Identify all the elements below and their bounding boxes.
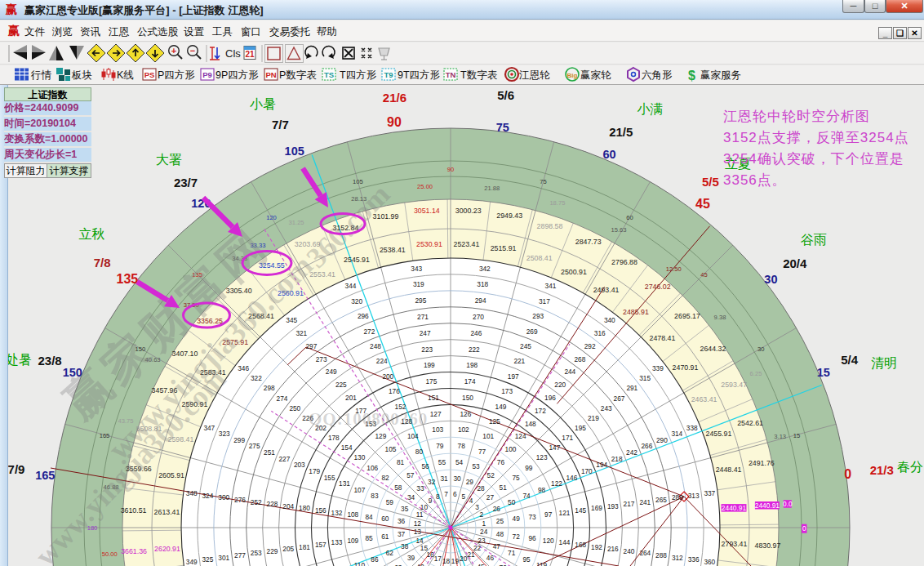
svg-text:2796.88: 2796.88 [611, 258, 637, 266]
svg-text:218: 218 [611, 455, 623, 463]
svg-text:2530.91: 2530.91 [416, 240, 442, 248]
svg-text:行情: 行情 [30, 69, 52, 81]
svg-text:47: 47 [493, 542, 501, 550]
svg-text:46: 46 [486, 554, 495, 562]
svg-text:7/8: 7/8 [94, 256, 111, 270]
svg-text:2613.41: 2613.41 [154, 508, 180, 516]
svg-text:294: 294 [475, 296, 486, 305]
svg-text:2440.91: 2440.91 [722, 504, 747, 512]
svg-text:318: 318 [477, 280, 488, 288]
svg-text:107: 107 [353, 486, 365, 494]
svg-text:45: 45 [700, 271, 707, 279]
svg-text:5/6: 5/6 [497, 88, 514, 102]
svg-text:2515.91: 2515.91 [491, 244, 517, 252]
svg-text:349: 349 [186, 558, 198, 566]
svg-text:54: 54 [455, 458, 464, 466]
svg-text:168: 168 [575, 541, 586, 549]
svg-text:8: 8 [436, 492, 440, 501]
svg-text:105: 105 [353, 178, 363, 185]
svg-text:19: 19 [451, 557, 460, 565]
svg-text:21/3: 21/3 [870, 463, 894, 477]
svg-text:58: 58 [394, 484, 402, 492]
svg-text:264: 264 [639, 549, 651, 557]
svg-text:179: 179 [309, 467, 320, 475]
svg-text:121: 121 [559, 509, 571, 517]
svg-text:192: 192 [591, 543, 602, 551]
svg-text:33: 33 [416, 484, 424, 492]
svg-text:119: 119 [536, 561, 548, 566]
svg-text:150: 150 [462, 394, 473, 402]
svg-text:13: 13 [414, 528, 422, 536]
svg-text:小暑: 小暑 [250, 97, 276, 111]
svg-text:15: 15 [793, 432, 800, 439]
svg-text:98: 98 [538, 486, 546, 494]
svg-text:2644.32: 2644.32 [700, 345, 726, 353]
svg-text:36: 36 [398, 517, 406, 525]
svg-text:60: 60 [626, 214, 633, 221]
svg-text:PS: PS [144, 70, 155, 79]
svg-text:61: 61 [381, 533, 389, 541]
svg-text:135: 135 [117, 272, 139, 286]
svg-text:324: 324 [202, 492, 213, 500]
svg-text:2463.41: 2463.41 [691, 395, 717, 403]
svg-text:45: 45 [695, 197, 710, 211]
svg-text:16: 16 [426, 550, 434, 559]
svg-text:225: 225 [335, 381, 347, 389]
svg-text:QQ:100800360: QQ:100800360 [309, 409, 428, 429]
svg-text:3610.51: 3610.51 [121, 506, 147, 515]
svg-text:274: 274 [277, 394, 288, 403]
svg-text:2: 2 [480, 510, 484, 519]
svg-text:11: 11 [416, 510, 424, 519]
svg-text:130: 130 [353, 453, 365, 461]
svg-text:49: 49 [513, 515, 521, 523]
svg-text:Big: Big [567, 72, 578, 79]
svg-text:196: 196 [544, 394, 556, 402]
svg-text:157: 157 [315, 541, 327, 549]
svg-text:P9: P9 [202, 70, 212, 79]
svg-text:40: 40 [416, 563, 424, 566]
svg-text:2605.91: 2605.91 [158, 471, 184, 479]
svg-text:205: 205 [282, 545, 294, 553]
svg-text:2455.91: 2455.91 [705, 430, 731, 438]
svg-text:295: 295 [415, 296, 426, 305]
svg-text:5: 5 [461, 492, 465, 501]
svg-text:7: 7 [444, 490, 448, 498]
svg-text:336: 336 [688, 555, 700, 564]
svg-text:84: 84 [365, 513, 373, 521]
svg-text:26: 26 [493, 505, 501, 513]
svg-text:30: 30 [764, 273, 777, 286]
svg-text:204: 204 [282, 502, 294, 510]
svg-text:247: 247 [420, 329, 431, 337]
svg-text:133: 133 [331, 538, 343, 546]
svg-text:74: 74 [522, 492, 531, 500]
svg-text:21: 21 [245, 50, 255, 59]
svg-text:21.88: 21.88 [484, 185, 500, 192]
svg-text:124: 124 [515, 432, 526, 440]
svg-text:227: 227 [278, 455, 290, 463]
svg-text:317: 317 [539, 297, 550, 305]
svg-text:9.38: 9.38 [714, 314, 726, 321]
svg-text:0: 0 [844, 467, 851, 481]
svg-text:35: 35 [401, 505, 409, 513]
svg-text:31: 31 [440, 475, 448, 483]
svg-text:221: 221 [513, 357, 525, 365]
svg-text:181: 181 [299, 543, 310, 551]
svg-text:4830.97: 4830.97 [754, 541, 780, 550]
svg-text:3254确认突破，下个位置是: 3254确认突破，下个位置是 [723, 151, 904, 167]
svg-text:250: 250 [289, 404, 300, 412]
svg-text:228: 228 [267, 500, 278, 508]
svg-text:23/7: 23/7 [174, 176, 198, 189]
svg-text:25: 25 [496, 517, 504, 525]
svg-text:83: 83 [371, 492, 379, 500]
svg-text:316: 316 [594, 329, 606, 337]
svg-text:24: 24 [480, 528, 488, 536]
svg-text:$: $ [688, 69, 695, 82]
svg-text:100: 100 [505, 445, 517, 453]
svg-text:2847.73: 2847.73 [575, 238, 602, 246]
svg-text:P数字表: P数字表 [279, 69, 317, 81]
svg-text:105: 105 [285, 145, 304, 158]
svg-text:194: 194 [596, 461, 607, 469]
svg-text:147: 147 [549, 443, 560, 452]
svg-text:3.13: 3.13 [774, 433, 786, 440]
svg-text:TN: TN [446, 70, 456, 79]
